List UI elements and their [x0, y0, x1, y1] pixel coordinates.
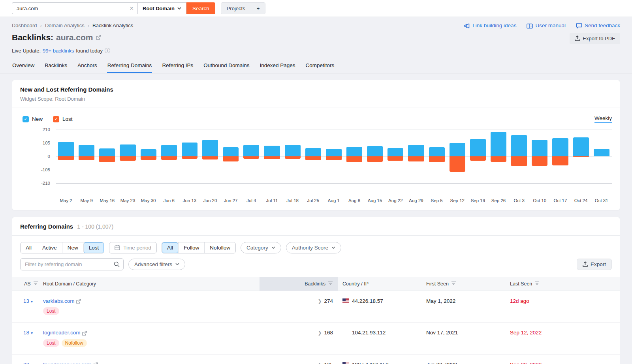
bar-aug-8[interactable]: [346, 129, 362, 183]
live-update-link[interactable]: 99+ backlinks: [43, 48, 74, 54]
weekly-toggle[interactable]: Weekly: [594, 115, 612, 123]
column-header-root-domain-category[interactable]: Root Domain / Category: [38, 277, 260, 291]
bar-jul-11[interactable]: [264, 129, 280, 183]
column-header-as[interactable]: AS: [12, 277, 38, 291]
domain-link[interactable]: loginleader.com: [43, 330, 81, 336]
status-filter-new[interactable]: New: [62, 242, 83, 253]
tab-referring-ips[interactable]: Referring IPs: [162, 60, 194, 73]
bar-sep-19[interactable]: [470, 129, 486, 183]
new-bar-segment: [182, 143, 198, 156]
header-link-link-building-ideas[interactable]: Link building ideas: [464, 23, 516, 29]
export-button[interactable]: Export: [577, 259, 612, 270]
export-to-pdf-button[interactable]: Export to PDF: [570, 33, 620, 44]
lost-bar-segment: [387, 156, 403, 161]
authority-score-dropdown[interactable]: Authority Score: [286, 242, 341, 253]
info-icon[interactable]: i: [105, 48, 110, 53]
y-axis-tick: 210: [43, 127, 50, 132]
chart-scope: Widget Scope: Root Domain: [20, 96, 612, 102]
external-link-icon[interactable]: [81, 330, 88, 336]
bar-jul-25[interactable]: [305, 129, 321, 183]
domain-link[interactable]: founderscourier.com: [43, 362, 91, 364]
search-icon[interactable]: [114, 261, 120, 267]
domain-filter-input[interactable]: [20, 258, 124, 270]
time-period-button[interactable]: Time period: [109, 242, 157, 253]
bar-jul-18[interactable]: [285, 129, 301, 183]
bar-oct-10[interactable]: [532, 129, 547, 183]
follow-filter-all[interactable]: All: [162, 242, 178, 253]
column-header-first-seen[interactable]: First Seen: [421, 277, 505, 291]
bar-sep-12[interactable]: [450, 129, 465, 183]
status-filter-lost[interactable]: Lost: [83, 242, 104, 253]
external-link-icon[interactable]: [91, 362, 98, 364]
bar-may-9[interactable]: [79, 129, 94, 183]
country-ip-cell: 198.54.116.153: [338, 355, 421, 364]
tab-overview[interactable]: Overview: [12, 60, 35, 73]
projects-group: Projects +: [221, 2, 266, 14]
tab-referring-domains[interactable]: Referring Domains: [107, 60, 152, 73]
as-cell[interactable]: 13▾: [12, 291, 38, 322]
backlinks-cell[interactable]: ❯168: [260, 323, 338, 354]
follow-filter-follow[interactable]: Follow: [178, 242, 204, 253]
tab-competitors[interactable]: Competitors: [305, 60, 335, 73]
external-link-icon[interactable]: [75, 298, 82, 304]
clear-search-icon[interactable]: ✕: [129, 6, 134, 11]
category-label: Category: [246, 245, 268, 251]
tab-backlinks[interactable]: Backlinks: [44, 60, 68, 73]
projects-button[interactable]: Projects: [221, 3, 251, 14]
tab-outbound-domains[interactable]: Outbound Domains: [203, 60, 250, 73]
search-button[interactable]: Search: [186, 2, 215, 14]
legend-checkbox-new[interactable]: ✓New: [23, 116, 43, 122]
domain-link-row: founderscourier.com: [43, 362, 255, 364]
bar-aug-15[interactable]: [367, 129, 383, 183]
tab-indexed-pages[interactable]: Indexed Pages: [259, 60, 295, 73]
bar-jun-27[interactable]: [223, 129, 239, 183]
bar-oct-31[interactable]: [594, 129, 609, 183]
header-link-send-feedback[interactable]: Send feedback: [576, 23, 620, 29]
bar-sep-5[interactable]: [429, 129, 445, 183]
as-cell[interactable]: 18▾: [12, 323, 38, 354]
external-link-icon[interactable]: [96, 34, 102, 40]
bar-may-23[interactable]: [120, 129, 135, 183]
chart-title: New and Lost Referring Domains: [20, 86, 612, 93]
bar-aug-22[interactable]: [387, 129, 403, 183]
bar-jun-13[interactable]: [182, 129, 198, 183]
bar-oct-17[interactable]: [552, 129, 568, 183]
bar-jun-20[interactable]: [202, 129, 218, 183]
breadcrumb-item-domain-analytics[interactable]: Domain Analytics: [45, 23, 85, 28]
domain-link[interactable]: varklabs.com: [43, 298, 75, 304]
category-dropdown[interactable]: Category: [241, 242, 281, 253]
column-header-backlinks[interactable]: Backlinks: [260, 277, 338, 291]
backlinks-cell[interactable]: ❯274: [260, 291, 338, 322]
follow-filter-nofollow[interactable]: Nofollow: [204, 242, 235, 253]
lost-bar-segment: [367, 156, 383, 162]
breadcrumb: Dashboard›Domain Analytics›Backlink Anal…: [12, 23, 133, 28]
new-bar-segment: [161, 145, 177, 156]
breadcrumb-item-dashboard[interactable]: Dashboard: [12, 23, 37, 28]
bar-may-30[interactable]: [141, 129, 156, 183]
bar-sep-26[interactable]: [491, 129, 506, 183]
bar-may-16[interactable]: [99, 129, 115, 183]
bar-jun-6[interactable]: [161, 129, 177, 183]
sort-icon: [451, 281, 456, 287]
header-link-user-manual[interactable]: User manual: [527, 23, 566, 28]
bar-jul-4[interactable]: [243, 129, 259, 183]
bar-aug-29[interactable]: [408, 129, 424, 183]
column-header-last-seen[interactable]: Last Seen: [505, 277, 620, 291]
add-project-button[interactable]: +: [251, 3, 265, 14]
tab-anchors[interactable]: Anchors: [77, 60, 98, 73]
page-title: Backlinks: aura.com: [12, 33, 102, 42]
status-filter-all[interactable]: All: [21, 242, 37, 253]
backlinks-cell[interactable]: ❯165: [260, 355, 338, 364]
column-header-country-ip[interactable]: Country / IP: [338, 277, 421, 291]
checkbox-icon: ✓: [53, 116, 59, 122]
legend-checkbox-lost[interactable]: ✓Lost: [53, 116, 73, 122]
scope-select[interactable]: Root Domain: [137, 2, 186, 14]
as-cell[interactable]: 22▾: [12, 355, 38, 364]
bar-oct-3[interactable]: [511, 129, 527, 183]
advanced-filters-dropdown[interactable]: Advanced filters: [128, 259, 185, 270]
status-filter-active[interactable]: Active: [37, 242, 62, 253]
bar-may-2[interactable]: [58, 129, 74, 183]
search-input[interactable]: [12, 2, 137, 14]
bar-oct-24[interactable]: [573, 129, 589, 183]
bar-aug-1[interactable]: [326, 129, 342, 183]
